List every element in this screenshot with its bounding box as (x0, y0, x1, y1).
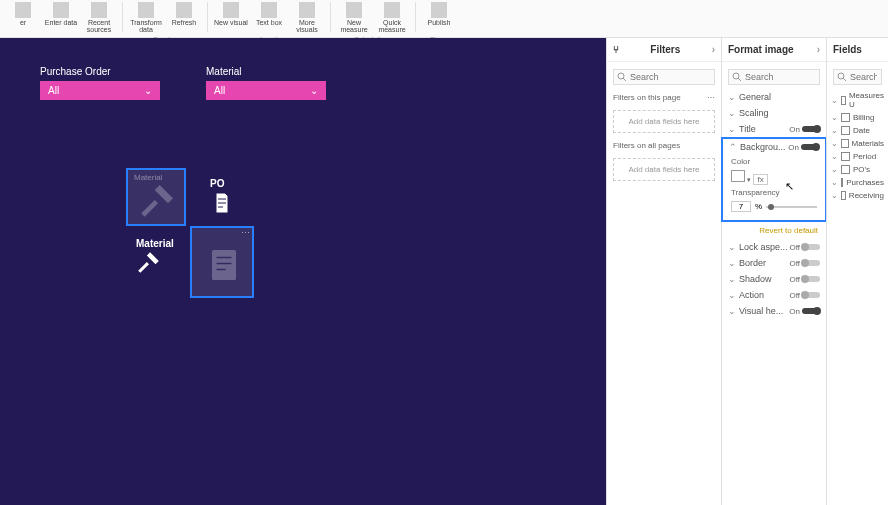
add-data-dropzone[interactable]: Add data fields here (613, 158, 715, 181)
table-icon (841, 126, 850, 135)
field-table[interactable]: ⌄PO's (827, 163, 888, 176)
table-icon (841, 178, 843, 187)
ribbon-recent-sources[interactable]: Recent sources (80, 0, 118, 36)
fmt-border[interactable]: ⌄BorderOff (722, 255, 826, 271)
image-visual-selected[interactable]: ⋯ (190, 226, 254, 298)
table-icon (841, 113, 850, 122)
transparency-input[interactable] (731, 201, 751, 212)
field-table[interactable]: ⌄Materials (827, 137, 888, 150)
fmt-transparency-label: Transparency (723, 186, 825, 199)
visual-options-icon[interactable]: ⋯ (241, 228, 250, 238)
slicer-purchase-order[interactable]: All (40, 81, 160, 100)
ribbon: er Enter data Recent sources Transform d… (0, 0, 888, 38)
ribbon-enter-data[interactable]: Enter data (42, 0, 80, 36)
transparency-slider[interactable] (766, 206, 817, 208)
table-icon (841, 96, 846, 105)
report-canvas[interactable]: Purchase Order All Material All Material… (0, 38, 606, 505)
fields-title: Fields (833, 44, 862, 55)
color-picker[interactable] (731, 170, 745, 182)
fmt-background[interactable]: ⌃Backgrou...On (723, 139, 825, 155)
hammer-icon (136, 249, 162, 275)
ribbon-new-visual[interactable]: New visual (212, 0, 250, 36)
table-icon (841, 139, 849, 148)
ribbon-transform-data[interactable]: Transform data (127, 0, 165, 36)
filters-search-input[interactable] (613, 69, 715, 85)
field-table[interactable]: ⌄Receiving (827, 189, 888, 202)
format-search-input[interactable] (728, 69, 820, 85)
hammer-icon (138, 180, 178, 220)
field-table[interactable]: ⌄Purchases (827, 176, 888, 189)
ribbon-publish[interactable]: Publish (420, 0, 458, 36)
fmt-shadow[interactable]: ⌄ShadowOff (722, 271, 826, 287)
filters-on-page-label: Filters on this page (613, 93, 681, 102)
ribbon-more-visuals[interactable]: More visuals (288, 0, 326, 36)
field-table[interactable]: ⌄Measures U (827, 89, 888, 111)
fmt-title[interactable]: ⌄TitleOn (722, 121, 826, 137)
revert-default-link[interactable]: Revert to default (722, 222, 826, 239)
table-icon (841, 165, 850, 174)
ribbon-text-box[interactable]: Text box (250, 0, 288, 36)
ribbon-new-measure[interactable]: New measure (335, 0, 373, 36)
collapse-icon[interactable]: › (712, 44, 715, 55)
slicer-label: Purchase Order (40, 66, 160, 77)
fmt-visual-header[interactable]: ⌄Visual he...On (722, 303, 826, 319)
po-label: PO (210, 178, 234, 189)
filters-title: Filters (650, 44, 680, 55)
field-table[interactable]: ⌄Date (827, 124, 888, 137)
fmt-action[interactable]: ⌄ActionOff (722, 287, 826, 303)
fmt-lock-aspect[interactable]: ⌄Lock aspe...Off (722, 239, 826, 255)
material-label: Material (136, 238, 174, 249)
format-title: Format image (728, 44, 794, 55)
table-icon (841, 191, 846, 200)
document-icon (210, 189, 234, 217)
filter-icon: ⑂ (613, 44, 619, 55)
format-pane: Format image› ⌄General ⌄Scaling ⌄TitleOn… (721, 38, 826, 505)
fmt-color-label: Color (723, 155, 825, 168)
document-icon (206, 244, 242, 286)
image-visual-material[interactable]: Material (126, 168, 186, 226)
filters-pane: ⑂ Filters › Filters on this page⋯ Add da… (606, 38, 721, 505)
fields-pane: Fields ⌄Measures U ⌄Billing ⌄Date ⌄Mater… (826, 38, 888, 505)
slicer-label: Material (206, 66, 326, 77)
field-table[interactable]: ⌄Billing (827, 111, 888, 124)
ribbon-btn[interactable]: er (4, 0, 42, 36)
color-dropdown-icon[interactable]: ▾ (747, 176, 751, 183)
ribbon-refresh[interactable]: Refresh (165, 0, 203, 36)
slicer-material[interactable]: All (206, 81, 326, 100)
more-icon[interactable]: ⋯ (707, 93, 715, 102)
fields-search-input[interactable] (833, 69, 882, 85)
fmt-general[interactable]: ⌄General (722, 89, 826, 105)
fmt-scaling[interactable]: ⌄Scaling (722, 105, 826, 121)
fx-button[interactable]: fx (753, 174, 767, 185)
ribbon-quick-measure[interactable]: Quick measure (373, 0, 411, 36)
collapse-icon[interactable]: › (817, 44, 820, 55)
svg-rect-0 (212, 250, 236, 280)
filters-on-all-label: Filters on all pages (613, 141, 680, 150)
add-data-dropzone[interactable]: Add data fields here (613, 110, 715, 133)
field-table[interactable]: ⌄Period (827, 150, 888, 163)
table-icon (841, 152, 850, 161)
